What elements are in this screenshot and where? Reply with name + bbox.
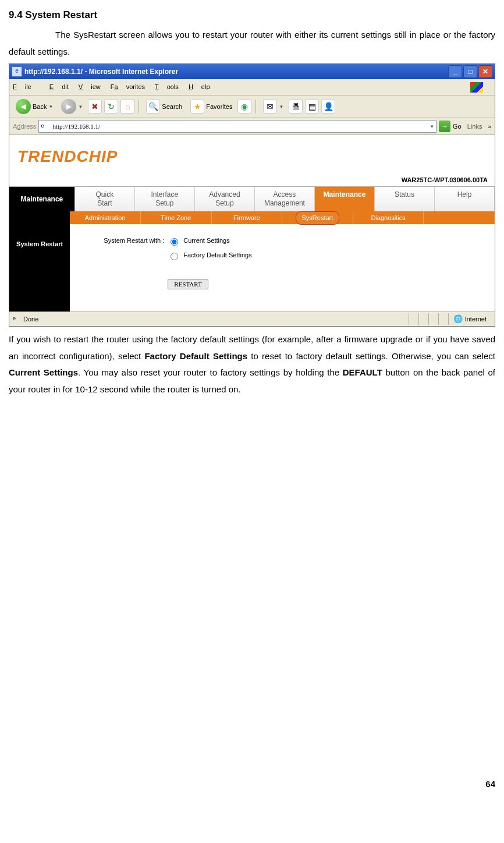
subtab-administration[interactable]: Administration [70,211,141,224]
window-title: http://192.168.1.1/ - Microsoft Internet… [24,65,178,79]
star-icon: ★ [190,100,204,114]
main-tabs: Maintenance QuickStart InterfaceSetup Ad… [9,186,495,211]
edit-icon[interactable]: ▤ [305,100,319,114]
tab-advanced-setup[interactable]: AdvancedSetup [195,187,255,211]
internet-zone-icon: 🌐 [453,312,463,327]
menu-view[interactable]: View [79,83,101,90]
status-zone: 🌐 Internet [448,313,491,325]
media-icon[interactable]: ◉ [237,100,251,114]
subtab-time-zone[interactable]: Time Zone [141,211,212,224]
search-button[interactable]: 🔍 Search [143,98,185,115]
links-label[interactable]: Links [464,121,486,133]
subtab-diagnostics[interactable]: Diagnositics [353,211,424,224]
sub-tabs: Administration Time Zone Firmware SysRes… [9,211,495,224]
status-cell-3 [428,313,438,325]
firmware-version: WAR25TC-WPT.030606.00TA [9,174,495,186]
menu-edit[interactable]: Edit [49,83,69,90]
mail-button[interactable]: ✉▼ [260,98,286,115]
status-cell-1 [409,313,418,325]
home-icon[interactable]: ⌂ [120,100,134,114]
tab-access-management[interactable]: AccessManagement [255,187,315,211]
side-panel-title: System Restart [9,224,70,311]
restart-form: System Restart with : Current Settings F… [70,224,495,311]
after-paragraph: If you wish to restart the router using … [9,331,495,398]
url-page-icon: e [41,122,49,130]
tab-status[interactable]: Status [375,187,435,211]
subtab-firmware[interactable]: Firmware [212,211,283,224]
tab-side-maintenance: Maintenance [9,187,75,211]
page-number: 64 [9,776,495,793]
menu-favorites[interactable]: Favorites [111,83,145,90]
address-label: Address [13,121,36,133]
print-icon[interactable]: 🖶 [289,100,303,114]
browser-screenshot: e http://192.168.1.1/ - Microsoft Intern… [9,63,495,327]
radio-factory-default[interactable] [171,253,178,260]
forward-button[interactable]: ► ▼ [58,98,86,115]
subtab-sysrestart[interactable]: SysRestart [282,211,353,224]
search-icon: 🔍 [146,100,160,114]
url-input[interactable] [51,122,427,130]
forward-arrow-icon: ► [61,99,76,114]
status-bar: e Done 🌐 Internet [9,311,495,326]
restart-button[interactable]: RESTART [168,279,208,289]
refresh-icon[interactable]: ↻ [104,100,118,114]
router-page: TRENDCHIP WAR25TC-WPT.030606.00TA Mainte… [9,135,495,311]
tab-interface-setup[interactable]: InterfaceSetup [135,187,195,211]
toolbar: ◄ Back ▼ ► ▼ ✖ ↻ ⌂ 🔍 Search ★ Favorites … [9,95,495,118]
section-heading: 9.4 System Restart [9,6,495,24]
messenger-icon[interactable]: 👤 [321,100,335,114]
window-titlebar: e http://192.168.1.1/ - Microsoft Intern… [9,64,495,79]
menu-bar: File Edit View Favorites Tools Help [9,79,495,95]
back-button[interactable]: ◄ Back ▼ [13,98,56,115]
status-page-icon: e [13,315,21,323]
go-label: Go [453,121,462,133]
subtab-spacer [9,211,70,224]
windows-flag-icon [470,82,483,93]
back-arrow-icon: ◄ [16,99,31,114]
tab-help[interactable]: Help [435,187,495,211]
mail-icon: ✉ [263,100,277,114]
stop-icon[interactable]: ✖ [88,100,102,114]
option-factory-default: Factory Default Settings [183,249,251,261]
radio-current-settings[interactable] [171,238,178,246]
menu-help[interactable]: Help [189,83,210,90]
go-button[interactable]: → [439,121,450,132]
restart-with-label: System Restart with : [77,235,164,247]
subtab-empty [424,211,495,224]
menu-tools[interactable]: Tools [155,83,179,90]
close-button[interactable]: ✕ [478,65,492,78]
menu-file[interactable]: File [13,83,40,90]
toolbar-divider [139,100,139,114]
page-icon: e [12,66,22,77]
address-bar: Address e ▼ → Go Links » [9,118,495,135]
toolbar-divider-2 [255,100,256,114]
intro-paragraph: The SysRestart screen allows you to rest… [9,27,495,60]
status-done: Done [23,313,38,325]
url-dropdown-icon[interactable]: ▼ [430,122,434,131]
minimize-button[interactable]: _ [448,65,462,78]
brand-logo: TRENDCHIP [9,135,495,174]
option-current-settings: Current Settings [183,235,229,247]
status-cell-4 [438,313,448,325]
status-cell-2 [418,313,428,325]
tab-maintenance[interactable]: Maintenance [315,187,375,211]
maximize-button[interactable]: □ [463,65,477,78]
url-field-container[interactable]: e ▼ [38,120,436,133]
tab-quick-start[interactable]: QuickStart [75,187,135,211]
favorites-button[interactable]: ★ Favorites [187,98,235,115]
links-chevron-icon[interactable]: » [488,121,491,132]
